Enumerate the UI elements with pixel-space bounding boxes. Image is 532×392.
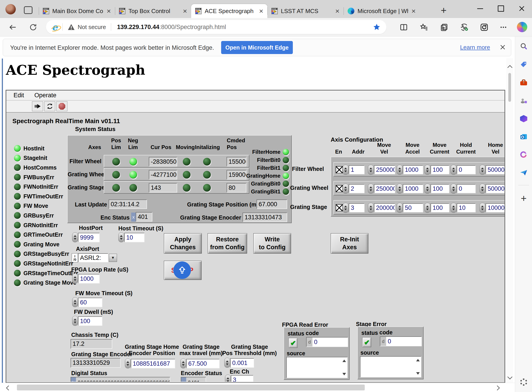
home-vel-spinner[interactable]	[480, 184, 485, 194]
encoder-status-radix[interactable]: x	[181, 377, 186, 382]
microsoft-365-icon[interactable]	[519, 114, 528, 123]
move-vel-spinner[interactable]	[368, 165, 374, 175]
new-tab-button[interactable]: +	[438, 5, 450, 16]
move-vel-input[interactable]: 200000	[374, 203, 395, 212]
enc-status-radix[interactable]: x	[131, 213, 136, 222]
pos-threshold-input[interactable]: 0.001	[230, 358, 254, 368]
home-vel-input[interactable]: 50000	[485, 184, 504, 193]
fw-dwell-spinner[interactable]	[72, 316, 78, 326]
scroll-up-icon[interactable]	[342, 359, 346, 362]
error-code-field[interactable]: d 0	[380, 336, 422, 346]
addr-input[interactable]: 1	[349, 165, 365, 174]
digital-status-radix[interactable]: b	[71, 377, 76, 382]
toolbox-icon[interactable]	[519, 78, 528, 87]
host-port-spinner[interactable]	[72, 232, 78, 242]
tab-close-icon[interactable]: ×	[107, 7, 111, 15]
ie-mode-reload-icon[interactable]	[479, 22, 490, 33]
more-options-icon[interactable]	[498, 22, 509, 33]
browser-tab-lsst-at-mcs[interactable]: LSST AT MCS ×	[267, 4, 344, 18]
window-minimize-button[interactable]	[470, 0, 490, 17]
menu-edit[interactable]: Edit	[14, 92, 24, 99]
error-code-field[interactable]: d 0	[306, 337, 348, 347]
customize-sidebar-plus-icon[interactable]: +	[519, 194, 528, 203]
security-label[interactable]: Not secure	[78, 24, 106, 31]
run-button[interactable]	[32, 101, 43, 111]
error-source-textarea[interactable]	[360, 356, 421, 377]
outlook-icon[interactable]	[519, 132, 528, 141]
reinit-axes-button[interactable]: Re-InitAxes	[331, 233, 368, 253]
addr-spinner[interactable]	[343, 165, 348, 175]
move-current-input[interactable]: 100	[431, 203, 449, 212]
warning-triangle-icon[interactable]	[68, 24, 75, 30]
vertical-scrollbar-thumb[interactable]	[508, 73, 511, 102]
host-timeout-spinner[interactable]	[118, 232, 124, 242]
tab-close-icon[interactable]: ×	[411, 7, 416, 15]
address-url-field[interactable]: e Not secure 139.229.170.44:8000/Spectro…	[46, 20, 386, 34]
collections-icon[interactable]	[439, 22, 450, 33]
move-accel-spinner[interactable]	[397, 203, 403, 213]
move-current-input[interactable]: 100	[431, 165, 449, 174]
axis-port-dropdown-icon[interactable]: ▼	[109, 254, 117, 262]
bookmark-star-icon[interactable]	[373, 23, 380, 31]
browser-essentials-icon[interactable]	[459, 22, 470, 33]
hold-current-input[interactable]: 0	[457, 165, 476, 174]
move-current-spinner[interactable]	[424, 203, 430, 213]
scroll-down-icon[interactable]	[342, 373, 346, 375]
hold-current-spinner[interactable]	[451, 203, 456, 213]
hold-current-input[interactable]: 10	[457, 203, 476, 212]
split-screen-icon[interactable]	[398, 22, 409, 33]
tab-close-icon[interactable]: ×	[183, 7, 187, 15]
hold-current-spinner[interactable]	[451, 165, 456, 175]
move-vel-spinner[interactable]	[368, 203, 374, 213]
home-vel-input[interactable]: 50000	[485, 165, 504, 174]
addr-spinner[interactable]	[343, 184, 348, 194]
move-accel-input[interactable]: 1000	[403, 184, 423, 193]
move-accel-spinner[interactable]	[397, 165, 403, 175]
move-vel-spinner[interactable]	[368, 184, 374, 194]
vertical-scrollbar[interactable]	[506, 58, 513, 383]
copilot-create-icon[interactable]	[519, 150, 528, 159]
fw-move-timeout-input[interactable]: 60	[78, 298, 102, 307]
move-vel-input[interactable]: 250000	[374, 184, 395, 193]
en-checkbox[interactable]	[336, 166, 343, 173]
enc-ch-spinner[interactable]	[225, 375, 231, 382]
scroll-right-icon[interactable]	[495, 385, 500, 391]
move-vel-input[interactable]: 250000	[374, 165, 395, 174]
copilot-icon[interactable]	[516, 21, 528, 33]
menu-operate[interactable]: Operate	[34, 92, 57, 99]
hold-current-spinner[interactable]	[451, 184, 456, 194]
move-current-spinner[interactable]	[424, 165, 430, 175]
restore-from-config-button[interactable]: Restorefrom Config	[208, 233, 247, 253]
move-current-input[interactable]: 100	[431, 184, 449, 193]
learn-more-link[interactable]: Learn more	[460, 44, 490, 51]
browser-tab-top-box-control[interactable]: Top Box Control ×	[115, 4, 191, 18]
max-travel-spinner[interactable]	[180, 359, 186, 368]
max-travel-input[interactable]: 67.500	[186, 359, 219, 368]
window-maximize-button[interactable]	[490, 0, 511, 17]
enc-ch-input[interactable]: 3	[231, 375, 253, 382]
move-accel-spinner[interactable]	[397, 184, 403, 194]
abort-button[interactable]	[56, 101, 67, 111]
addr-input[interactable]: 2	[349, 184, 365, 193]
code-radix[interactable]: d	[307, 337, 313, 346]
tab-actions-icon[interactable]	[24, 6, 33, 14]
fw-move-timeout-spinner[interactable]	[72, 297, 78, 307]
move-accel-input[interactable]: 1000	[403, 165, 423, 174]
scroll-up-icon[interactable]	[416, 359, 420, 361]
window-close-button[interactable]	[511, 0, 532, 17]
open-in-edge-button[interactable]: Open in Microsoft Edge	[221, 41, 293, 54]
search-icon[interactable]	[519, 42, 528, 51]
move-accel-input[interactable]: 50	[403, 203, 423, 212]
apply-changes-button[interactable]: ApplyChanges	[164, 233, 202, 253]
error-source-textarea[interactable]	[286, 357, 348, 378]
home-vel-spinner[interactable]	[480, 165, 485, 175]
browser-tab-microsoft-edge[interactable]: Microsoft Edge | Wh ×	[344, 4, 420, 18]
tab-close-icon[interactable]: ×	[335, 7, 339, 15]
browser-tab-main-box-dome[interactable]: Main Box Dome Con ×	[39, 4, 115, 18]
back-button[interactable]	[7, 22, 19, 33]
write-to-config-button[interactable]: Writeto Config	[253, 233, 291, 253]
favorites-icon[interactable]	[418, 22, 430, 33]
tab-close-icon[interactable]: ×	[259, 7, 263, 15]
host-timeout-input[interactable]: 10	[124, 233, 144, 242]
home-encoder-input[interactable]: 10885161687	[131, 359, 175, 368]
